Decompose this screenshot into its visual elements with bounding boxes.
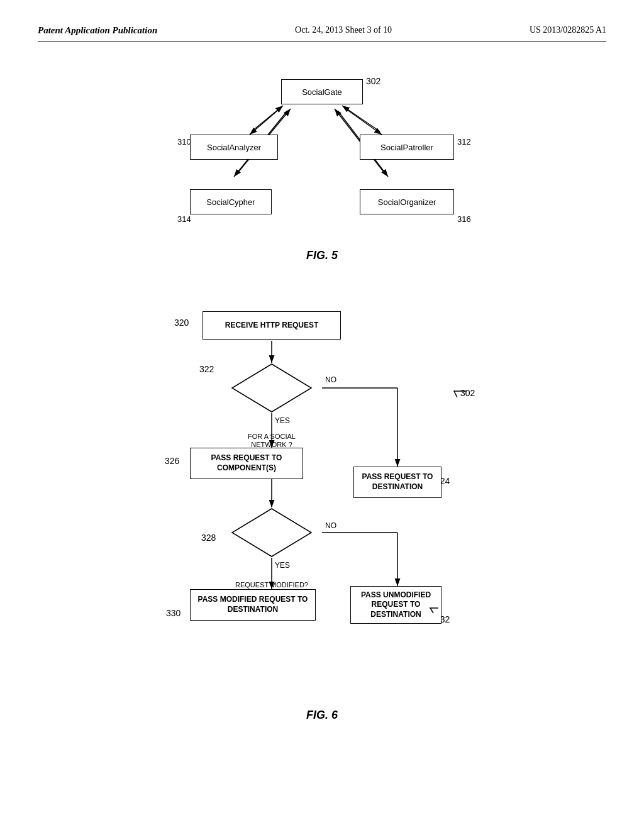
svg-line-4 — [344, 108, 382, 135]
label-314: 314 — [177, 214, 191, 224]
fig5-section: SocialGate 302 SocialAnalyzer 310 Social… — [38, 67, 606, 262]
pass-dest-box: PASS REQUEST TO DESTINATION — [353, 467, 441, 498]
socialgate-box: SocialGate — [281, 79, 363, 104]
header: Patent Application Publication Oct. 24, … — [38, 25, 606, 42]
no-label-2: NO — [325, 521, 336, 530]
fig6-diagram: 320 RECEIVE HTTP REQUEST 322 FOR A SOCIA… — [127, 300, 517, 728]
label-328: 328 — [201, 533, 216, 543]
socialanalyzer-box: SocialAnalyzer — [190, 135, 278, 160]
receive-http-box: RECEIVE HTTP REQUEST — [203, 311, 341, 340]
label-330: 330 — [166, 608, 180, 618]
no-label-1: NO — [325, 375, 336, 384]
page: Patent Application Publication Oct. 24, … — [0, 0, 644, 830]
label-322: 322 — [199, 364, 214, 374]
header-date-sheet: Oct. 24, 2013 Sheet 3 of 10 — [295, 25, 392, 35]
label-320: 320 — [174, 318, 189, 328]
header-patent-number: US 2013/0282825 A1 — [530, 25, 606, 35]
yes-label-2: YES — [275, 561, 290, 570]
pass-modified-box: PASS MODIFIED REQUEST TO DESTINATION — [190, 589, 316, 621]
fig5-diagram: SocialGate 302 SocialAnalyzer 310 Social… — [158, 67, 486, 243]
svg-line-5 — [342, 106, 380, 131]
social-network-diamond: FOR A SOCIAL NETWORK ? — [231, 363, 313, 413]
yes-label-1: YES — [275, 416, 290, 425]
pass-component-box: PASS REQUEST TO COMPONENT(S) — [190, 448, 303, 479]
socialorganizer-box: SocialOrganizer — [360, 189, 454, 214]
svg-marker-20 — [232, 509, 311, 556]
header-publication-label: Patent Application Publication — [38, 25, 157, 36]
label-312: 312 — [457, 137, 471, 147]
fig6-section: 320 RECEIVE HTTP REQUEST 322 FOR A SOCIA… — [38, 300, 606, 722]
svg-line-3 — [252, 106, 283, 131]
socialpatroller-box: SocialPatroller — [360, 135, 454, 160]
fig6-arrows — [127, 300, 517, 728]
fig5-caption: FIG. 5 — [38, 249, 606, 262]
req-modified-diamond: REQUEST MODIFIED? — [231, 507, 313, 558]
label-326: 326 — [165, 456, 179, 466]
label-302-fig5: 302 — [366, 76, 380, 86]
svg-marker-19 — [232, 364, 311, 412]
bracket-332 — [427, 602, 440, 614]
label-310: 310 — [177, 137, 191, 147]
socialcypher-box: SocialCypher — [190, 189, 272, 214]
label-316: 316 — [457, 214, 471, 224]
svg-line-2 — [250, 108, 281, 135]
bracket-302 — [451, 382, 470, 401]
